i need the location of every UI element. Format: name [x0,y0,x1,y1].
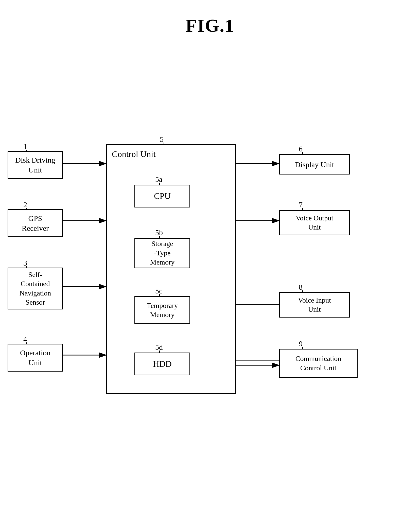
num-label-9: 9 [299,339,303,348]
num-label-5c: 5c [155,287,162,295]
hdd-box: HDD [134,353,190,375]
num-label-3: 3 [23,259,27,267]
page-title: FIG.1 [0,0,420,36]
gps-receiver-box: GPSReceiver [8,209,63,237]
operation-unit-box: OperationUnit [8,344,63,372]
voice-output-unit-box: Voice OutputUnit [279,210,350,235]
num-label-6: 6 [299,145,303,153]
num-label-8: 8 [299,283,303,291]
num-label-5d: 5d [155,343,163,352]
disk-driving-unit-box: Disk DrivingUnit [8,151,63,179]
storage-memory-box: Storage-TypeMemory [134,238,190,268]
communication-control-unit-box: CommunicationControl Unit [279,349,358,378]
num-label-2: 2 [23,200,27,209]
num-label-4: 4 [23,335,27,343]
self-contained-box: Self-ContainedNavigationSensor [8,268,63,309]
num-label-7: 7 [299,200,303,209]
voice-input-unit-box: Voice InputUnit [279,292,350,318]
diagram: 1 Disk DrivingUnit 2 GPSReceiver 3 Self-… [0,122,420,502]
num-label-1: 1 [23,142,27,151]
temporary-memory-box: TemporaryMemory [134,296,190,324]
cpu-box: CPU [134,185,190,207]
num-label-5: 5 [160,135,164,144]
display-unit-box: Display Unit [279,154,350,174]
num-label-5b: 5b [155,228,163,237]
num-label-5a: 5a [155,175,162,184]
